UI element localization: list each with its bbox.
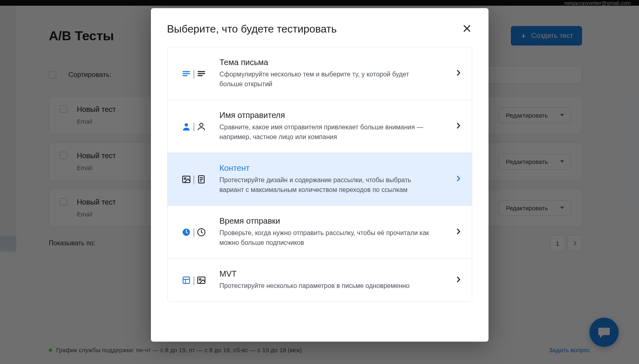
option-desc: Протестируйте дизайн и содержание рассыл… <box>220 175 431 195</box>
svg-point-11 <box>200 123 203 126</box>
option-icon-group: | <box>179 121 209 132</box>
option-icon-group: | <box>179 174 209 185</box>
chevron-right-icon <box>456 228 460 236</box>
option-icon-group: | <box>179 275 209 286</box>
image-small-icon <box>196 275 206 285</box>
option-title: Время отправки <box>220 216 446 226</box>
option-time[interactable]: | Время отправки Проверьте, когда нужно … <box>168 205 472 258</box>
option-subject[interactable]: | Тема письма Сформулируйте несколько те… <box>168 47 472 100</box>
person-outline-icon <box>196 122 206 131</box>
option-desc: Проверьте, когда нужно отправить рассылк… <box>220 228 431 248</box>
option-content[interactable]: | Контент Протестируйте дизайн и содержа… <box>168 153 472 205</box>
chevron-right-icon <box>456 70 460 78</box>
modal-overlay[interactable]: Выберите, что будете тестировать | Тема … <box>0 0 639 364</box>
svg-point-10 <box>185 123 188 126</box>
text-lines-blue-icon <box>181 69 191 78</box>
document-icon <box>196 174 206 184</box>
layout-blue-icon <box>181 275 191 285</box>
chevron-right-icon <box>456 276 460 284</box>
chevron-right-icon <box>456 175 460 183</box>
option-sender[interactable]: | Имя отправителя Сравните, какое имя от… <box>168 100 472 153</box>
modal-close-button[interactable] <box>462 23 472 35</box>
clock-filled-icon <box>181 227 191 237</box>
option-title: Имя отправителя <box>220 111 446 120</box>
modal-title: Выберите, что будете тестировать <box>167 23 337 35</box>
text-lines-icon <box>196 69 206 78</box>
option-mvt[interactable]: | MVT Протестируйте несколько параметров… <box>168 258 472 301</box>
option-desc: Протестируйте несколько параметров в пис… <box>220 281 431 291</box>
option-title: MVT <box>220 269 446 279</box>
option-desc: Сформулируйте несколько тем и выберите т… <box>220 70 431 89</box>
svg-point-13 <box>184 178 186 179</box>
option-icon-group: | <box>179 68 209 79</box>
option-title: Контент <box>220 163 446 173</box>
image-icon <box>181 174 191 184</box>
option-icon-group: | <box>179 227 209 238</box>
test-type-modal: Выберите, что будете тестировать | Тема … <box>151 8 489 342</box>
option-list: | Тема письма Сформулируйте несколько те… <box>167 47 472 302</box>
close-icon <box>462 23 472 34</box>
svg-rect-20 <box>183 277 190 283</box>
clock-outline-icon <box>196 227 206 237</box>
svg-point-24 <box>199 279 201 280</box>
chevron-right-icon <box>456 122 460 131</box>
person-blue-icon <box>181 122 191 131</box>
option-desc: Сравните, какое имя отправителя привлека… <box>220 122 431 142</box>
option-title: Тема письма <box>220 58 446 67</box>
